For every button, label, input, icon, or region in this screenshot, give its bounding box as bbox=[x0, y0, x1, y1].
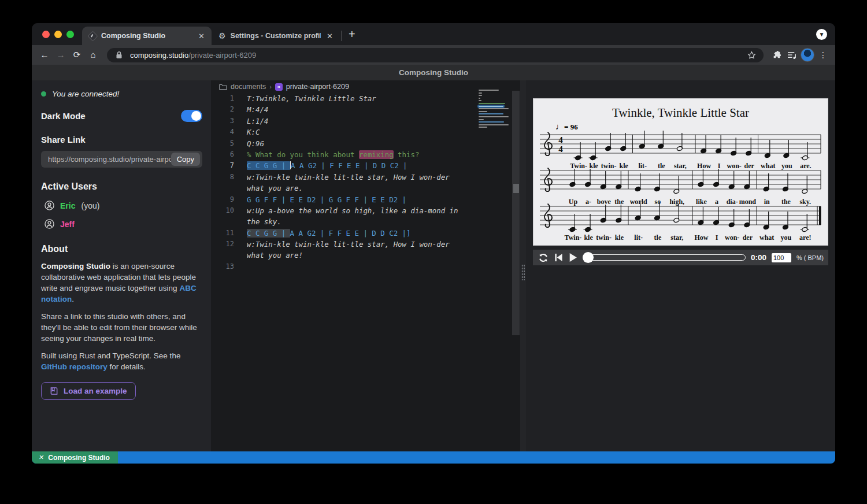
breadcrumb-file[interactable]: private-airport-6209 bbox=[286, 83, 349, 91]
editor-scrollbar[interactable] bbox=[512, 91, 520, 335]
line-number: 12 bbox=[211, 239, 234, 250]
bookmark-star-icon[interactable] bbox=[745, 49, 758, 61]
code-editor[interactable]: 1T:Twinkle, Twinkle Little Star2M:4/43L:… bbox=[211, 93, 520, 272]
line-number: 5 bbox=[211, 138, 234, 149]
about-paragraph-3: Built using Rust and TypeScript. See the… bbox=[41, 350, 202, 372]
lyric-syllable: How bbox=[694, 234, 708, 242]
extensions-icon[interactable] bbox=[770, 49, 783, 61]
composing-studio-favicon bbox=[87, 31, 98, 41]
maximize-window-button[interactable] bbox=[66, 31, 74, 38]
minimize-window-button[interactable] bbox=[54, 31, 62, 38]
minimap[interactable] bbox=[479, 90, 510, 132]
load-example-button[interactable]: Load an example bbox=[41, 382, 136, 400]
code-text: L:1/4 bbox=[234, 116, 268, 127]
svg-text:4: 4 bbox=[558, 144, 563, 154]
about-label: About bbox=[41, 244, 202, 254]
staff: Twin-kletwin-klelit-tlestar,HowIwon-derw… bbox=[540, 198, 822, 242]
close-window-button[interactable] bbox=[42, 31, 50, 38]
sheet-music-panel: Twinkle, Twinkle Little Star ♩= 96 44Twi… bbox=[533, 98, 828, 246]
tab-title: Composing Studio bbox=[101, 32, 192, 40]
gear-icon: ⚙ bbox=[218, 32, 226, 40]
browser-menu-icon[interactable]: ⋮ bbox=[817, 50, 829, 60]
code-line[interactable]: what you are! bbox=[211, 250, 520, 261]
code-text: % What do you think about remixing this? bbox=[234, 149, 419, 160]
play-button[interactable] bbox=[569, 253, 577, 262]
github-repository-link[interactable]: GitHub repository bbox=[41, 362, 108, 371]
code-line[interactable]: 13 bbox=[211, 261, 520, 272]
close-tab-icon[interactable]: ✕ bbox=[325, 32, 334, 40]
user-suffix: (you) bbox=[81, 201, 99, 210]
code-line[interactable]: 4K:C bbox=[211, 127, 520, 138]
share-link-input[interactable] bbox=[48, 155, 171, 164]
pane-splitter[interactable] bbox=[520, 80, 526, 451]
scrollbar-thumb[interactable] bbox=[513, 184, 519, 193]
browser-toolbar: ← → ⟳ ⌂ composing.studio/private-airport… bbox=[32, 45, 835, 65]
playback-bar: 0:00 % ( BPM) bbox=[533, 250, 828, 265]
active-users-label: Active Users bbox=[41, 181, 202, 192]
forward-button[interactable]: → bbox=[54, 48, 68, 62]
code-text: G G F F | E E D2 | G G F F | E E D2 | bbox=[234, 194, 406, 205]
lyric-syllable: you bbox=[781, 234, 792, 242]
editor-pane: documents › ‹› private-airport-6209 1T:T… bbox=[211, 80, 520, 451]
code-text: w:Up a-bove the world so high, like a di… bbox=[234, 205, 458, 216]
profile-avatar[interactable] bbox=[801, 48, 814, 62]
code-text: C C G G | A A G2 | F F E E | D D C2 | bbox=[234, 160, 407, 171]
code-line[interactable]: 9G G F F | E E D2 | G G F F | E E D2 | bbox=[211, 194, 520, 205]
close-tab-icon[interactable]: ✕ bbox=[197, 32, 206, 40]
code-line[interactable]: 11C C G G | A A G2 | F F E E | D D C2 |] bbox=[211, 228, 520, 239]
lyric-syllable: tle bbox=[654, 234, 662, 242]
slider-knob[interactable] bbox=[583, 252, 594, 263]
line-number: 3 bbox=[211, 116, 234, 127]
code-line[interactable]: 7C C G G | A A G2 | F F E E | D D C2 | bbox=[211, 160, 520, 171]
dark-mode-toggle[interactable] bbox=[181, 110, 202, 122]
code-line[interactable]: 5Q:96 bbox=[211, 138, 520, 149]
active-users-list: Eric(you)Jeff bbox=[41, 201, 202, 229]
code-text: w:Twin-kle twin-kle lit-tle star, How I … bbox=[234, 239, 450, 250]
connection-status-text: You are connected! bbox=[52, 90, 119, 98]
code-line[interactable]: 12w:Twin-kle twin-kle lit-tle star, How … bbox=[211, 239, 520, 250]
splitter-grip-icon bbox=[521, 264, 525, 280]
lyric-syllable: der bbox=[743, 234, 753, 242]
code-line[interactable]: 3L:1/4 bbox=[211, 116, 520, 127]
user-name: Jeff bbox=[60, 220, 75, 229]
preview-pane: Twinkle, Twinkle Little Star ♩= 96 44Twi… bbox=[526, 80, 835, 451]
code-text: K:C bbox=[234, 127, 260, 138]
reload-score-button[interactable] bbox=[538, 253, 549, 263]
tab-composing-studio[interactable]: Composing Studio ✕ bbox=[82, 27, 212, 45]
code-line[interactable]: 10w:Up a-bove the world so high, like a … bbox=[211, 205, 520, 216]
user-item: Jeff bbox=[41, 219, 202, 229]
code-line[interactable]: 8w:Twin-kle twin-kle lit-tle star, How I… bbox=[211, 172, 520, 183]
media-controls-icon[interactable] bbox=[786, 49, 798, 61]
line-number bbox=[211, 216, 234, 227]
line-number bbox=[211, 183, 234, 194]
address-bar[interactable]: composing.studio/private-airport-6209 bbox=[107, 48, 764, 62]
status-bar-app-badge[interactable]: ✕ Composing Studio bbox=[32, 451, 118, 464]
tab-settings[interactable]: ⚙ Settings - Customize profile ✕ bbox=[212, 27, 340, 45]
line-number: 1 bbox=[211, 93, 234, 104]
code-line[interactable]: 2M:4/4 bbox=[211, 104, 520, 115]
back-button[interactable]: ← bbox=[38, 48, 51, 62]
code-line[interactable]: 6% What do you think about remixing this… bbox=[211, 149, 520, 160]
breadcrumb: documents › ‹› private-airport-6209 bbox=[211, 80, 520, 93]
line-number: 2 bbox=[211, 104, 234, 115]
code-line[interactable]: what you are. bbox=[211, 183, 520, 194]
window-controls bbox=[32, 23, 82, 45]
skip-to-start-button[interactable] bbox=[554, 253, 564, 262]
code-text: Q:96 bbox=[234, 138, 264, 149]
app-logo-icon: ✕ bbox=[38, 454, 45, 461]
playback-slider[interactable] bbox=[583, 254, 746, 261]
breadcrumb-folder[interactable]: documents bbox=[231, 83, 266, 91]
code-line[interactable]: 1T:Twinkle, Twinkle Little Star bbox=[211, 93, 520, 104]
bpm-input[interactable] bbox=[772, 253, 791, 262]
user-icon bbox=[45, 201, 54, 210]
line-number bbox=[211, 250, 234, 261]
copy-button[interactable]: Copy bbox=[171, 153, 200, 166]
score-title: Twinkle, Twinkle Little Star bbox=[533, 106, 828, 120]
code-text: T:Twinkle, Twinkle Little Star bbox=[234, 93, 376, 104]
code-line[interactable]: the sky. bbox=[211, 216, 520, 227]
tab-strip: Composing Studio ✕ ⚙ Settings - Customiz… bbox=[32, 23, 835, 45]
reload-button[interactable]: ⟳ bbox=[70, 48, 84, 62]
home-button[interactable]: ⌂ bbox=[86, 48, 100, 62]
new-tab-button[interactable]: + bbox=[345, 28, 361, 45]
tab-search-button[interactable]: ▼ bbox=[816, 29, 827, 40]
